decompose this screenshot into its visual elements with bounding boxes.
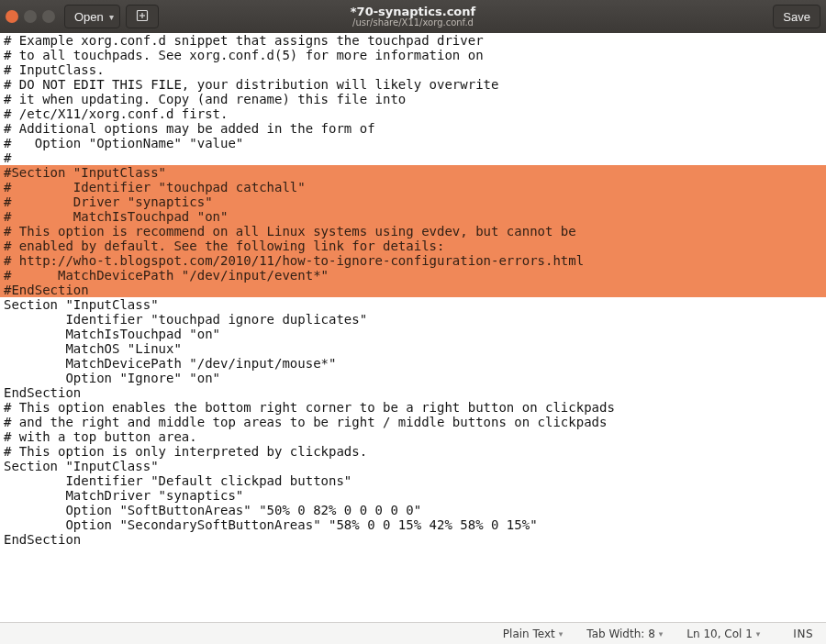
editor-line[interactable]: Section "InputClass": [4, 459, 822, 473]
editor-line[interactable]: # Additional options may be added in the…: [4, 121, 822, 136]
file-path: /usr/share/X11/xorg.conf.d: [0, 18, 826, 28]
file-title: *70-synaptics.conf: [0, 6, 826, 18]
editor-line[interactable]: # This option is recommend on all Linux …: [0, 224, 826, 239]
minimize-icon[interactable]: [24, 10, 37, 23]
chevron-down-icon: ▾: [756, 629, 761, 638]
window-controls: [6, 10, 55, 23]
editor-line[interactable]: Identifier "Default clickpad buttons": [4, 473, 822, 488]
editor-line[interactable]: Section "InputClass": [4, 297, 822, 312]
editor-line[interactable]: EndSection: [4, 532, 822, 547]
close-icon[interactable]: [6, 10, 18, 23]
chevron-down-icon: ▾: [659, 629, 664, 638]
editor-line[interactable]: Identifier "touchpad ignore duplicates": [4, 312, 822, 327]
maximize-icon[interactable]: [42, 10, 55, 23]
editor-line[interactable]: MatchDriver "synaptics": [4, 488, 822, 503]
editor-line[interactable]: MatchIsTouchpad "on": [4, 327, 822, 341]
open-button[interactable]: Open ▾: [64, 5, 120, 28]
editor-line[interactable]: # InputClass.: [4, 62, 822, 77]
editor-line[interactable]: # This option is only interpreted by cli…: [4, 444, 822, 459]
editor-line[interactable]: # DO NOT EDIT THIS FILE, your distributi…: [4, 77, 822, 92]
editor-line[interactable]: # it when updating. Copy (and rename) th…: [4, 92, 822, 106]
editor-line[interactable]: # with a top button area.: [4, 429, 822, 444]
editor-line[interactable]: # Option "OptionName" "value": [4, 136, 822, 150]
editor-line[interactable]: # Example xorg.conf.d snippet that assig…: [4, 33, 822, 48]
editor-line[interactable]: # enabled by default. See the following …: [0, 239, 826, 253]
tabwidth-label: Tab Width: 8: [586, 627, 654, 640]
cursor-position[interactable]: Ln 10, Col 1 ▾: [686, 627, 760, 640]
editor-line[interactable]: MatchOS "Linux": [4, 341, 822, 356]
editor-line[interactable]: Option "SoftButtonAreas" "50% 0 82% 0 0 …: [4, 503, 822, 517]
editor-line[interactable]: #Section "InputClass": [0, 165, 826, 180]
editor-line[interactable]: MatchDevicePath "/dev/input/mouse*": [4, 356, 822, 371]
save-button[interactable]: Save: [773, 5, 820, 28]
titlebar: Open ▾ *70-synaptics.conf /usr/share/X11…: [0, 0, 826, 33]
editor-line[interactable]: # MatchDevicePath "/dev/input/event*": [0, 268, 826, 283]
syntax-selector[interactable]: Plain Text ▾: [503, 627, 563, 640]
title-area: *70-synaptics.conf /usr/share/X11/xorg.c…: [0, 6, 826, 28]
new-tab-button[interactable]: [126, 5, 159, 28]
editor-line[interactable]: # This option enables the bottom right c…: [4, 400, 822, 415]
new-tab-icon: [136, 9, 149, 25]
statusbar: Plain Text ▾ Tab Width: 8 ▾ Ln 10, Col 1…: [0, 622, 826, 644]
editor-line[interactable]: EndSection: [4, 385, 822, 400]
editor-area[interactable]: # Example xorg.conf.d snippet that assig…: [0, 33, 826, 620]
cursor-position-label: Ln 10, Col 1: [686, 627, 753, 640]
chevron-down-icon: ▾: [109, 12, 114, 22]
save-button-label: Save: [783, 10, 810, 24]
editor-line[interactable]: # to all touchpads. See xorg.conf.d(5) f…: [4, 48, 822, 62]
editor-line[interactable]: Option "SecondarySoftButtonAreas" "58% 0…: [4, 517, 822, 532]
editor-line[interactable]: # Identifier "touchpad catchall": [0, 180, 826, 194]
chevron-down-icon: ▾: [559, 629, 564, 638]
editor-line[interactable]: # MatchIsTouchpad "on": [0, 209, 826, 224]
insert-mode[interactable]: INS: [793, 627, 813, 640]
editor-line[interactable]: # http://who-t.blogspot.com/2010/11/how-…: [0, 253, 826, 268]
tabwidth-selector[interactable]: Tab Width: 8 ▾: [586, 627, 663, 640]
editor-line[interactable]: # /etc/X11/xorg.conf.d first.: [4, 106, 822, 121]
editor-line[interactable]: #: [4, 150, 822, 165]
editor-line[interactable]: # Driver "synaptics": [0, 194, 826, 209]
open-button-label: Open: [74, 10, 104, 24]
editor-line[interactable]: #EndSection: [0, 283, 826, 297]
editor-line[interactable]: Option "Ignore" "on": [4, 371, 822, 385]
editor-line[interactable]: # and the right and middle top areas to …: [4, 415, 822, 429]
syntax-label: Plain Text: [503, 627, 555, 640]
